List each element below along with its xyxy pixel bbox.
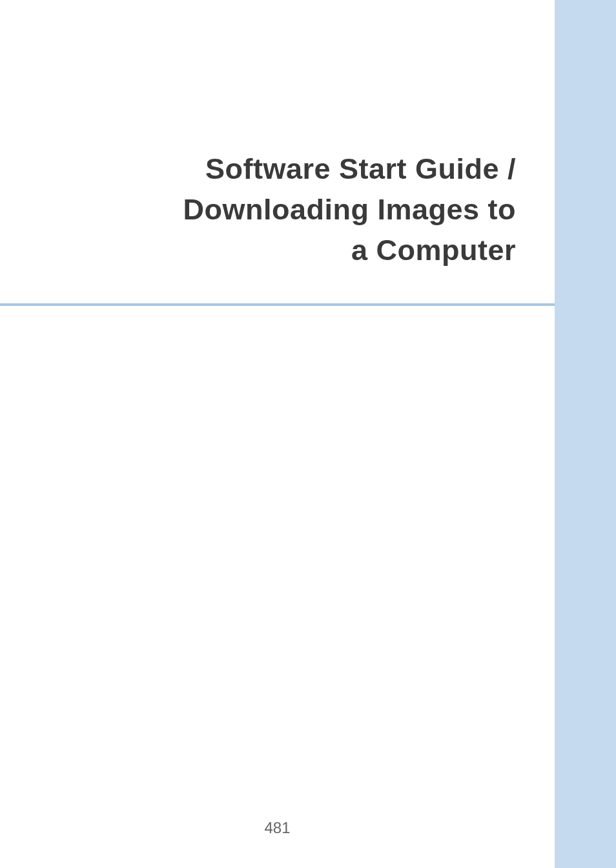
title-line-3: a Computer [183, 230, 516, 270]
title-line-2: Downloading Images to [183, 189, 516, 230]
title-line-1: Software Start Guide / [183, 148, 516, 189]
side-accent-bar [555, 0, 616, 868]
content-area: Software Start Guide / Downloading Image… [0, 0, 555, 868]
horizontal-divider [0, 303, 555, 306]
chapter-title: Software Start Guide / Downloading Image… [183, 148, 516, 270]
page-number: 481 [0, 819, 555, 837]
